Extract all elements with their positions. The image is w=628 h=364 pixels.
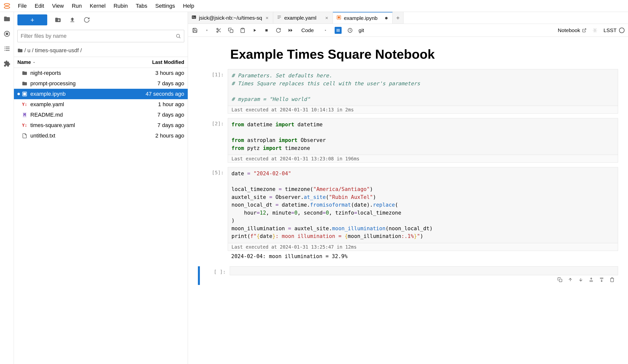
delete-cell-icon[interactable] [610, 277, 615, 283]
sort-asc-icon [32, 61, 36, 64]
run-icon[interactable] [251, 27, 258, 34]
svg-point-10 [385, 17, 388, 19]
svg-point-12 [217, 31, 218, 32]
file-name: prompt-processing [30, 80, 127, 87]
svg-point-17 [594, 29, 596, 31]
menu-view[interactable]: View [48, 0, 68, 12]
code-input[interactable] [230, 266, 618, 275]
menu-help[interactable]: Help [179, 0, 198, 12]
file-modified: 7 days ago [127, 122, 184, 129]
refresh-icon[interactable] [83, 16, 90, 24]
cell-output: 2024-02-04: moon illumination = 32.9% [228, 251, 618, 262]
file-browser-icon[interactable] [2, 14, 11, 23]
tab-label: example.ipynb [344, 15, 377, 21]
move-down-icon[interactable] [578, 277, 583, 283]
file-name: README.md [30, 112, 127, 118]
activity-bar [0, 12, 14, 364]
paste-icon[interactable] [239, 27, 246, 34]
restart-icon[interactable] [275, 27, 282, 34]
tab[interactable]: example.yaml× [273, 12, 333, 24]
upload-icon[interactable] [69, 16, 76, 24]
extensions-icon[interactable] [2, 59, 11, 68]
menu-settings[interactable]: Settings [152, 0, 179, 12]
duplicate-cell-icon[interactable] [557, 277, 562, 283]
kernel-status-icon [619, 28, 625, 33]
insert-cell-icon[interactable]: + [203, 27, 210, 34]
exec-timestamp: Last executed at 2024-01-31 13:25:47 in … [228, 243, 618, 251]
menu-file[interactable]: File [14, 0, 31, 12]
file-row[interactable]: Y:example.yaml1 hour ago [14, 99, 188, 110]
restart-run-all-icon[interactable] [287, 27, 294, 34]
kernel-selector[interactable]: LSST [603, 27, 625, 33]
svg-rect-18 [559, 279, 562, 282]
svg-rect-7 [192, 15, 196, 19]
tab[interactable]: example.ipynb [333, 12, 392, 24]
move-up-icon[interactable] [568, 277, 573, 283]
yaml-icon: Y: [21, 122, 28, 129]
insert-above-icon[interactable] [589, 277, 594, 283]
svg-point-11 [217, 28, 218, 30]
code-input[interactable]: # Parameters. Set defaults here. # Times… [228, 69, 618, 106]
tab-close-icon[interactable]: × [264, 15, 269, 20]
sort-by-modified[interactable]: Last Modified [127, 60, 184, 65]
code-input[interactable]: date = "2024-02-04" local_timezone = tim… [228, 167, 618, 243]
new-launcher-button[interactable]: + [17, 14, 47, 25]
add-tab-button[interactable]: + [392, 12, 403, 24]
insert-below-icon[interactable] [599, 277, 604, 283]
new-folder-icon[interactable] [54, 16, 62, 24]
yaml-icon: Y: [21, 101, 28, 108]
code-cell[interactable]: [2]: from datetime import datetime from … [198, 118, 618, 163]
running-icon[interactable] [2, 29, 11, 38]
file-row[interactable]: MREADME.md7 days ago [14, 110, 188, 120]
tab[interactable]: jsick@jsick-nb:~/u/times-sq× [188, 12, 273, 24]
exec-timestamp: Last executed at 2024-01-31 10:14:13 in … [228, 106, 618, 114]
file-row[interactable]: prompt-processing7 days ago [14, 78, 188, 89]
file-modified: 7 days ago [127, 112, 184, 118]
file-modified: 7 days ago [127, 80, 184, 87]
file-row[interactable]: example.ipynb47 seconds ago [14, 89, 188, 99]
filter-files-input[interactable] [17, 30, 184, 42]
tab-bar: jsick@jsick-nb:~/u/times-sq×example.yaml… [188, 12, 628, 24]
cut-icon[interactable] [215, 27, 222, 34]
toc-icon[interactable] [2, 44, 11, 53]
notebook-tab-icon [336, 15, 341, 21]
git-label[interactable]: git [359, 27, 364, 33]
render-side-icon[interactable] [335, 27, 342, 34]
file-row[interactable]: untitled.txt2 hours ago [14, 131, 188, 141]
code-input[interactable]: from datetime import datetime from astro… [228, 118, 618, 155]
file-browser-panel: + / u / times-square-usdf / Name Last [14, 12, 188, 364]
menu-edit[interactable]: Edit [31, 0, 48, 12]
notebook-mode[interactable]: Notebook [558, 27, 587, 33]
tab-close-icon[interactable]: × [324, 15, 329, 20]
terminal-tab-icon [191, 15, 196, 21]
file-row[interactable]: Y:times-square.yaml7 days ago [14, 120, 188, 131]
notebook-view: Example Times Square Notebook [1]: # Par… [188, 37, 628, 364]
debugger-icon[interactable] [591, 27, 598, 34]
menu-tabs[interactable]: Tabs [132, 0, 151, 12]
file-list: night-reports3 hours agoprompt-processin… [14, 68, 188, 364]
chevron-down-icon [324, 29, 327, 32]
save-icon[interactable] [191, 27, 198, 34]
timing-icon[interactable] [347, 27, 354, 34]
menu-run[interactable]: Run [68, 0, 86, 12]
breadcrumb-path[interactable]: / u / times-square-usdf / [24, 47, 82, 54]
sort-by-name[interactable]: Name [17, 60, 127, 65]
jupyter-logo[interactable] [3, 2, 11, 10]
folder-icon [17, 48, 23, 53]
filter-input-field[interactable] [21, 33, 175, 39]
copy-icon[interactable] [227, 27, 234, 34]
breadcrumb[interactable]: / u / times-square-usdf / [14, 44, 188, 57]
tab-dirty-icon[interactable] [384, 16, 389, 21]
external-link-icon [582, 28, 586, 33]
code-cell-active[interactable]: [ ]: [198, 266, 618, 285]
menu-kernel[interactable]: Kernel [86, 0, 110, 12]
interrupt-icon[interactable] [263, 27, 270, 34]
cell-type-select[interactable]: Code [299, 26, 330, 34]
file-modified: 2 hours ago [127, 133, 184, 139]
cell-prompt: [1]: [198, 69, 228, 114]
cell-prompt: [ ]: [200, 266, 230, 285]
code-cell[interactable]: [5]: date = "2024-02-04" local_timezone … [198, 167, 618, 262]
file-row[interactable]: night-reports3 hours ago [14, 68, 188, 78]
menu-rubin[interactable]: Rubin [110, 0, 132, 12]
code-cell[interactable]: [1]: # Parameters. Set defaults here. # … [198, 69, 618, 114]
